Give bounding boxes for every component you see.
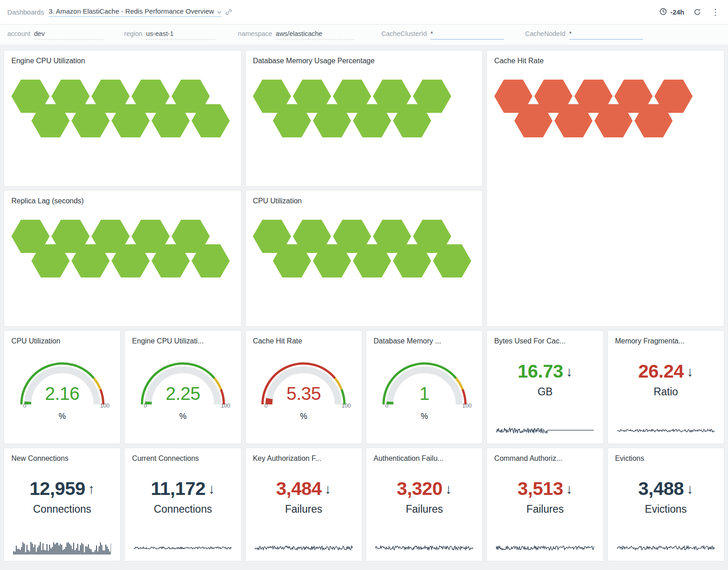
widget-authentication-failures[interactable]: Authentication Failu... 3,320 ↓ Failures: [366, 448, 483, 561]
template-var-namespace[interactable]: namespace aws/elasticache: [238, 30, 354, 40]
widget-title: Key Authorization F...: [253, 454, 354, 463]
gauge-chart: 2.16 0 100 %: [12, 357, 112, 425]
widget-key-authorization-failures[interactable]: Key Authorization F... 3,484 ↓ Failures: [245, 448, 362, 561]
widget-title: Cache Hit Rate: [253, 337, 354, 345]
stat-value: 26.24: [638, 361, 684, 382]
refresh-icon[interactable]: [693, 8, 701, 16]
dashboard-grid: Engine CPU Utilization Database Memory U…: [0, 45, 728, 565]
sparkline-chart: [255, 540, 353, 555]
gauge-unit-label: %: [133, 412, 233, 421]
widget-title: Evictions: [615, 454, 717, 463]
trend-arrow-icon: ↓: [445, 482, 452, 496]
kebab-menu-icon[interactable]: ⋮: [710, 8, 721, 16]
gauge-value: 2.16: [12, 383, 112, 404]
hexagon-chart[interactable]: [494, 80, 717, 140]
gauge-value: 5.35: [253, 383, 354, 404]
hexagon-chart[interactable]: [253, 80, 475, 140]
gauge-max-label: 100: [221, 403, 230, 409]
trend-arrow-icon: ↓: [566, 482, 573, 496]
template-variable-bar: account dev region us-east-1 namespace a…: [0, 25, 728, 45]
gauge-chart: 1 0 100 %: [374, 357, 475, 425]
sparkline-chart: [617, 423, 715, 437]
template-var-value[interactable]: *: [430, 30, 504, 40]
sparkline-chart: [617, 540, 715, 555]
stat-value: 11,172: [151, 478, 205, 499]
gauge-unit-label: %: [374, 412, 475, 421]
stat-unit-label: Ratio: [615, 386, 717, 398]
trend-arrow-icon: ↓: [208, 482, 215, 496]
trend-arrow-icon: ↓: [687, 482, 693, 496]
gauge-max-label: 100: [341, 403, 351, 409]
top-bar: Dashboards 3. Amazon ElastiCache - Redis…: [0, 0, 728, 25]
template-var-value[interactable]: *: [569, 30, 643, 40]
page-title: 3. Amazon ElastiCache - Redis Performanc…: [49, 7, 214, 15]
stat-value: 3,484: [276, 478, 322, 499]
widget-title: Database Memory Usage Percentage: [253, 57, 475, 65]
template-var-region[interactable]: region us-east-1: [124, 30, 215, 40]
widget-title: Engine CPU Utilization: [11, 57, 234, 65]
widget-engine-cpu-utilization-gauge[interactable]: Engine CPU Utilizati... 2.25 0 100 %: [124, 330, 241, 444]
hexagon-chart[interactable]: [11, 80, 234, 140]
template-var-value[interactable]: us-east-1: [146, 30, 215, 40]
sparkline-chart: [13, 540, 111, 555]
widget-cache-hit-rate-gauge[interactable]: Cache Hit Rate 5.35 0 100 %: [245, 330, 362, 444]
widget-database-memory-gauge[interactable]: Database Memory ... 1 0 100 %: [366, 330, 483, 444]
template-var-label: region: [124, 30, 142, 37]
gauge-min-label: 0: [385, 403, 389, 409]
template-var-label: account: [7, 30, 30, 37]
widget-cpu-utilization-hexmap[interactable]: CPU Utilization: [245, 190, 483, 327]
trend-arrow-icon: ↓: [687, 365, 693, 378]
time-range-label: -24h: [670, 8, 684, 16]
dashboard-title-dropdown[interactable]: 3. Amazon ElastiCache - Redis Performanc…: [49, 7, 222, 17]
widget-title: Bytes Used For Cac...: [494, 337, 596, 345]
template-var-label: CacheClusterId: [381, 30, 427, 37]
widget-engine-cpu-utilization-hexmap[interactable]: Engine CPU Utilization: [4, 50, 242, 187]
widget-evictions[interactable]: Evictions 3,488 ↓ Evictions: [607, 448, 724, 561]
widget-new-connections[interactable]: New Connections 12,959 ↑ Connections: [4, 448, 121, 561]
time-range-selector[interactable]: -24h: [659, 8, 684, 17]
stat-unit-label: Failures: [374, 503, 475, 515]
link-icon[interactable]: [225, 9, 232, 15]
gauge-chart: 5.35 0 100 %: [253, 357, 354, 425]
widget-title: Command Authoriz...: [494, 454, 596, 463]
sparkline-chart: [375, 540, 473, 555]
stat-unit-label: GB: [494, 386, 596, 398]
hexagon-chart[interactable]: [253, 220, 475, 280]
widget-database-memory-usage-hexmap[interactable]: Database Memory Usage Percentage: [245, 50, 483, 187]
hexagon-chart[interactable]: [11, 220, 234, 280]
widget-replica-lag-hexmap[interactable]: Replica Lag (seconds): [4, 190, 242, 327]
widget-current-connections[interactable]: Current Connections 11,172 ↓ Connections: [124, 448, 241, 561]
widget-title: New Connections: [11, 454, 113, 463]
widget-bytes-used-for-cache[interactable]: Bytes Used For Cac... 16.73 ↓ GB: [486, 330, 603, 444]
widget-title: Authentication Failu...: [374, 454, 475, 463]
gauge-max-label: 100: [462, 403, 472, 409]
sparkline-chart: [496, 540, 594, 555]
widget-title: Cache Hit Rate: [494, 57, 717, 65]
widget-cache-hit-rate-hexmap[interactable]: Cache Hit Rate: [486, 50, 724, 327]
stat-value: 16.73: [517, 361, 563, 382]
gauge-min-label: 0: [23, 403, 26, 409]
gauge-max-label: 100: [100, 403, 110, 409]
sparkline-chart: [496, 423, 594, 437]
trend-arrow-icon: ↓: [324, 482, 331, 496]
gauge-value: 1: [374, 383, 475, 404]
widget-command-authorization-failures[interactable]: Command Authoriz... 3,513 ↓ Failures: [486, 448, 603, 561]
widget-memory-fragmentation[interactable]: Memory Fragmenta... 26.24 ↓ Ratio: [607, 330, 724, 444]
widget-title: Database Memory ...: [374, 337, 475, 345]
stat-unit-label: Evictions: [615, 503, 717, 515]
stat-value: 3,320: [397, 478, 442, 499]
template-var-value[interactable]: dev: [34, 30, 103, 40]
widget-title: Replica Lag (seconds): [11, 197, 234, 205]
template-var-cachenodeid[interactable]: CacheNodeId *: [525, 30, 643, 40]
trend-arrow-icon: ↑: [88, 482, 95, 496]
template-var-account[interactable]: account dev: [7, 30, 103, 40]
clock-icon: [659, 8, 667, 17]
template-var-value[interactable]: aws/elasticache: [276, 30, 354, 40]
gauge-unit-label: %: [12, 412, 112, 421]
breadcrumb[interactable]: Dashboards: [7, 8, 44, 16]
template-var-cacheclusterid[interactable]: CacheClusterId *: [381, 30, 504, 40]
stat-unit-label: Failures: [494, 503, 596, 515]
stat-value: 3,488: [638, 478, 684, 499]
widget-cpu-utilization-gauge[interactable]: CPU Utilization 2.16 0 100 %: [4, 330, 121, 444]
stat-unit-label: Connections: [11, 503, 113, 515]
